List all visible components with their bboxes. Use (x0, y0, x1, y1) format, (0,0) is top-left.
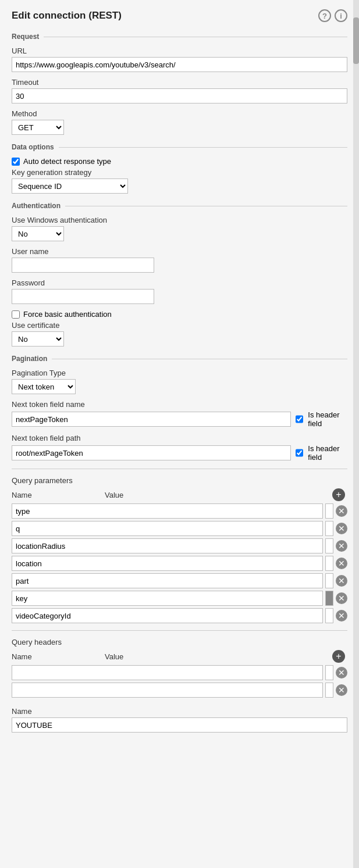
use-cert-group: Use certificate No Yes (12, 321, 347, 347)
query-param-value-input[interactable] (325, 556, 333, 571)
pagination-type-label: Pagination Type (12, 369, 347, 377)
query-params-section: Query parameters Name Value + ✕✕✕✕✕✕✕ (12, 476, 347, 623)
query-param-name-input[interactable] (12, 503, 323, 519)
next-token-path-input[interactable] (12, 445, 291, 460)
query-param-value-input[interactable] (325, 573, 333, 588)
name-field-label: Name (12, 707, 347, 716)
windows-auth-select[interactable]: No Yes (12, 226, 64, 241)
auth-section-label: Authentication (12, 202, 347, 210)
query-param-name-input[interactable] (12, 573, 323, 588)
name-field-input[interactable] (12, 717, 347, 733)
query-param-row: ✕ (12, 538, 347, 553)
name-field-group: Name (12, 707, 347, 733)
password-input[interactable] (12, 289, 154, 304)
url-input[interactable] (12, 57, 347, 72)
info-icon[interactable]: i (335, 9, 347, 22)
remove-query-header-button[interactable]: ✕ (336, 667, 347, 678)
query-param-name-input[interactable] (12, 591, 323, 606)
scrollbar[interactable] (353, 0, 359, 868)
pagination-type-group: Pagination Type Next token Page number O… (12, 369, 347, 394)
next-token-name-input[interactable] (12, 412, 291, 427)
remove-query-param-button[interactable]: ✕ (336, 505, 347, 517)
query-header-name-input[interactable] (12, 665, 323, 680)
url-group: URL (12, 47, 347, 72)
username-input[interactable] (12, 258, 154, 273)
query-params-header: Query parameters (12, 476, 347, 485)
next-token-name-header-label: Is header field (308, 410, 347, 428)
username-label: User name (12, 247, 347, 256)
query-param-row: ✕ (12, 521, 347, 536)
next-token-path-header-label: Is header field (308, 444, 347, 462)
remove-query-param-button[interactable]: ✕ (336, 540, 347, 552)
help-icon[interactable]: ? (318, 9, 331, 22)
windows-auth-group: Use Windows authentication No Yes (12, 216, 347, 241)
next-token-name-label: Next token field name (12, 400, 347, 409)
next-token-name-group: Next token field name Is header field (12, 400, 347, 428)
query-params-header-row: Name Value + (12, 488, 347, 501)
query-param-name-input[interactable] (12, 521, 323, 536)
query-header-row: ✕ (12, 665, 347, 680)
query-param-name-input[interactable] (12, 556, 323, 571)
query-param-value-input-masked[interactable] (325, 591, 333, 606)
key-gen-select[interactable]: Sequence ID UUID Custom (12, 178, 128, 194)
next-token-path-row: Is header field (12, 444, 347, 462)
main-container: Edit connection (REST) ? i Request URL T… (0, 0, 359, 868)
auto-detect-row: Auto detect response type (12, 157, 347, 166)
password-label: Password (12, 278, 347, 287)
remove-query-param-button[interactable]: ✕ (336, 558, 347, 569)
query-param-row: ✕ (12, 608, 347, 623)
query-headers-header-row: Name Value + (12, 650, 347, 663)
auto-detect-checkbox[interactable] (12, 158, 20, 166)
remove-query-param-button[interactable]: ✕ (336, 610, 347, 621)
next-token-name-row: Is header field (12, 410, 347, 428)
add-query-header-button[interactable]: + (332, 650, 345, 663)
timeout-input[interactable] (12, 88, 347, 103)
query-param-row: ✕ (12, 573, 347, 588)
query-param-value-input[interactable] (325, 503, 333, 519)
remove-query-header-button[interactable]: ✕ (336, 684, 347, 696)
query-param-value-input[interactable] (325, 538, 333, 553)
query-param-row: ✕ (12, 591, 347, 606)
title-row: Edit connection (REST) ? i (12, 9, 347, 22)
query-header-value-input[interactable] (325, 665, 333, 680)
windows-auth-label: Use Windows authentication (12, 216, 347, 224)
add-query-param-button[interactable]: + (332, 488, 345, 501)
timeout-group: Timeout (12, 78, 347, 103)
method-label: Method (12, 109, 347, 118)
next-token-name-header-checkbox[interactable] (296, 415, 303, 423)
query-header-row: ✕ (12, 683, 347, 698)
next-token-path-label: Next token field path (12, 434, 347, 442)
query-params-value-col-header: Value (105, 491, 332, 499)
next-token-path-header-checkbox[interactable] (296, 449, 303, 457)
query-param-name-input[interactable] (12, 538, 323, 553)
force-basic-checkbox[interactable] (12, 310, 20, 319)
query-param-row: ✕ (12, 556, 347, 571)
next-token-path-group: Next token field path Is header field (12, 434, 347, 462)
query-params-name-col-header: Name (12, 491, 105, 499)
query-param-name-input[interactable] (12, 608, 323, 623)
use-cert-select[interactable]: No Yes (12, 331, 64, 347)
pagination-type-select[interactable]: Next token Page number Offset None (12, 379, 76, 394)
query-headers-header: Query headers (12, 638, 347, 646)
auto-detect-label: Auto detect response type (23, 157, 111, 166)
page-title: Edit connection (REST) (12, 10, 122, 22)
method-group: Method GET POST PUT DELETE PATCH (12, 109, 347, 135)
password-group: Password (12, 278, 347, 304)
timeout-label: Timeout (12, 78, 347, 87)
query-param-value-input[interactable] (325, 521, 333, 536)
data-options-section-label: Data options (12, 143, 347, 151)
request-section-label: Request (12, 33, 347, 41)
key-gen-group: Key generation strategy Sequence ID UUID… (12, 168, 347, 194)
remove-query-param-button[interactable]: ✕ (336, 592, 347, 604)
force-basic-label: Force basic authentication (23, 310, 112, 319)
query-header-name-input[interactable] (12, 683, 323, 698)
method-select[interactable]: GET POST PUT DELETE PATCH (12, 120, 64, 135)
remove-query-param-button[interactable]: ✕ (336, 575, 347, 587)
remove-query-param-button[interactable]: ✕ (336, 523, 347, 534)
query-params-add-col: + (332, 488, 347, 501)
use-cert-label: Use certificate (12, 321, 347, 330)
query-header-value-input[interactable] (325, 683, 333, 698)
query-param-value-input[interactable] (325, 608, 333, 623)
query-headers-value-col-header: Value (105, 652, 332, 661)
username-group: User name (12, 247, 347, 273)
